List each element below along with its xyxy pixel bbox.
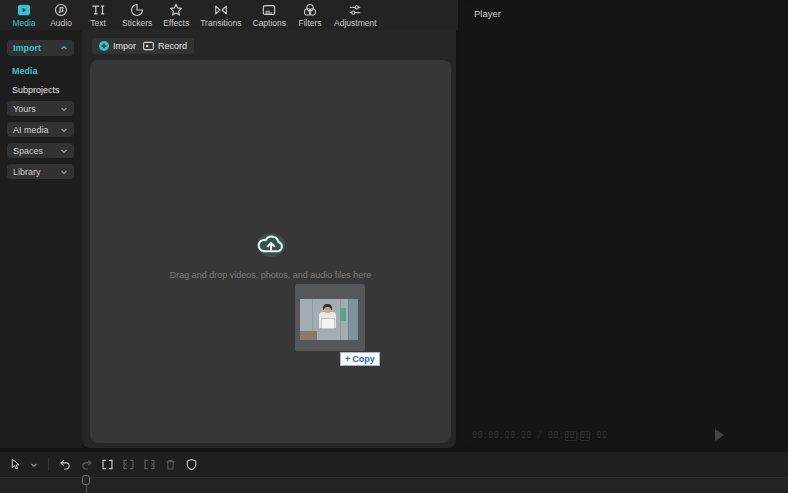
- tab-effects[interactable]: Effects: [158, 1, 194, 29]
- dragged-video-thumbnail[interactable]: [300, 299, 358, 340]
- group-label: Spaces: [13, 146, 43, 156]
- cursor-dropdown-chevron[interactable]: [29, 460, 39, 470]
- tab-label: Filters: [298, 18, 321, 28]
- tab-media[interactable]: Media: [6, 1, 42, 29]
- delete-button[interactable]: [163, 457, 178, 472]
- redo-button[interactable]: [79, 457, 94, 472]
- play-button[interactable]: [715, 429, 724, 441]
- import-plus-icon: [99, 41, 109, 51]
- timeline-toolbar: [0, 452, 788, 477]
- tab-label: Captions: [253, 18, 287, 28]
- group-label: Yours: [13, 104, 36, 114]
- undo-button[interactable]: [58, 457, 73, 472]
- thumbnail-detail: [300, 331, 317, 340]
- audio-icon: [54, 3, 68, 17]
- chevron-down-icon: [60, 168, 68, 176]
- tab-text[interactable]: Text: [80, 1, 116, 29]
- tab-label: Stickers: [122, 18, 152, 28]
- record-button[interactable]: Record: [136, 38, 194, 54]
- fullscreen-icon[interactable]: [580, 431, 590, 441]
- import-dropdown-label: Import: [13, 43, 41, 53]
- tab-captions[interactable]: Captions: [248, 1, 292, 29]
- timecode-current: 00:00:00:00: [472, 430, 532, 440]
- tab-audio[interactable]: Audio: [43, 1, 79, 29]
- chevron-down-icon: [30, 461, 38, 469]
- tab-stickers[interactable]: Stickers: [117, 1, 157, 29]
- timecode-total: 00:00:00:00: [548, 430, 608, 440]
- player-title: Player: [474, 8, 501, 19]
- tab-label: Text: [90, 18, 106, 28]
- aspect-ratio-icon[interactable]: [565, 431, 577, 441]
- effects-icon: [169, 3, 183, 17]
- player-controls-bar: 00:00:00:00 / 00:00:00:00: [462, 426, 788, 444]
- import-button-label: Import: [113, 41, 139, 51]
- drag-copy-badge: + Copy: [340, 352, 380, 366]
- thumbnail-detail: [321, 318, 335, 329]
- mask-button[interactable]: [184, 457, 199, 472]
- transitions-icon: [214, 3, 228, 17]
- delete-left-button[interactable]: [121, 457, 136, 472]
- sidebar-item-media[interactable]: Media: [12, 66, 38, 76]
- sidebar-group-library[interactable]: Library: [7, 164, 74, 179]
- cursor-tool-button[interactable]: [8, 457, 23, 472]
- chevron-down-icon: [60, 147, 68, 155]
- media-dropzone[interactable]: Drag and drop videos, photos, and audio …: [90, 60, 451, 443]
- tab-label: Effects: [163, 18, 189, 28]
- dropzone-hint-text: Drag and drop videos, photos, and audio …: [90, 270, 451, 280]
- adjustment-icon: [348, 3, 362, 17]
- tab-label: Audio: [50, 18, 72, 28]
- tab-label: Media: [12, 18, 35, 28]
- thumbnail-detail: [348, 299, 358, 340]
- group-label: AI media: [13, 125, 49, 135]
- sidebar-group-ai-media[interactable]: AI media: [7, 122, 74, 137]
- record-icon: [143, 41, 154, 51]
- media-sidebar: Import Media Subprojects Yours AI media …: [0, 30, 82, 448]
- captions-icon: [262, 3, 276, 17]
- tab-label: Transitions: [200, 18, 241, 28]
- thumbnail-detail: [324, 307, 331, 313]
- group-label: Library: [13, 167, 41, 177]
- tab-adjustment[interactable]: Adjustment: [329, 1, 382, 29]
- copy-plus-sign: +: [345, 354, 350, 364]
- chevron-down-icon: [60, 105, 68, 113]
- toolbar-divider: [48, 458, 49, 471]
- delete-right-button[interactable]: [142, 457, 157, 472]
- stickers-icon: [130, 3, 144, 17]
- upload-cloud-icon: [253, 228, 289, 260]
- tab-transitions[interactable]: Transitions: [195, 1, 246, 29]
- split-button[interactable]: [100, 457, 115, 472]
- sidebar-group-yours[interactable]: Yours: [7, 101, 74, 116]
- filters-icon: [303, 3, 317, 17]
- sidebar-group-spaces[interactable]: Spaces: [7, 143, 74, 158]
- top-toolbar: Media Audio Text Stickers Effects: [0, 0, 458, 30]
- tab-filters[interactable]: Filters: [292, 1, 328, 29]
- timeline-ruler[interactable]: [0, 477, 788, 493]
- copy-label: Copy: [352, 354, 375, 364]
- media-icon: [17, 3, 31, 17]
- chevron-down-icon: [60, 126, 68, 134]
- tab-label: Adjustment: [334, 18, 377, 28]
- playhead-stem: [86, 484, 87, 493]
- timecode-separator: /: [537, 430, 542, 440]
- thumbnail-detail: [340, 308, 346, 321]
- chevron-up-icon: [60, 44, 68, 52]
- record-button-label: Record: [158, 41, 187, 51]
- player-panel: Player 00:00:00:00 / 00:00:00:00: [462, 0, 788, 448]
- sidebar-import-dropdown[interactable]: Import: [7, 40, 74, 56]
- text-icon: [91, 3, 105, 17]
- playhead[interactable]: [82, 475, 90, 493]
- media-panel: Import Record Drag and drop videos, phot…: [82, 30, 456, 448]
- sidebar-item-subprojects[interactable]: Subprojects: [12, 85, 60, 95]
- app-window: Media Audio Text Stickers Effects: [0, 0, 788, 493]
